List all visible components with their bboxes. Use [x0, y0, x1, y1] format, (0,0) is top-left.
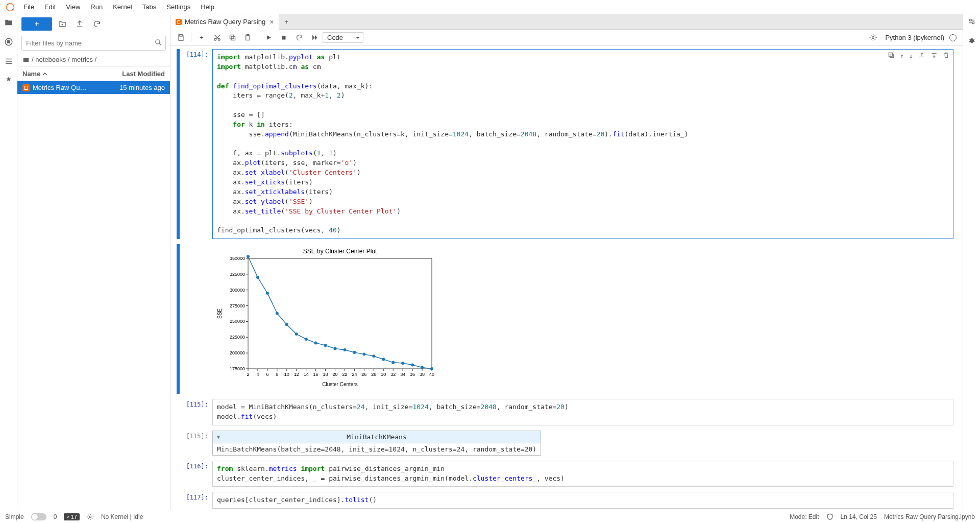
code-input[interactable]: model = MiniBatchKMeans(n_clusters=24, i…: [212, 399, 953, 425]
file-list-header[interactable]: Name Last Modified: [17, 67, 170, 81]
property-inspector-icon[interactable]: [968, 17, 976, 27]
restart-button[interactable]: [292, 31, 306, 44]
filter-input[interactable]: [21, 36, 166, 51]
add-tab-button[interactable]: +: [279, 18, 293, 26]
svg-text:8: 8: [276, 372, 278, 377]
current-file[interactable]: Metrics Raw Query Parsing.ipynb: [884, 513, 975, 520]
chevron-down-icon[interactable]: ▼: [217, 434, 220, 440]
new-folder-button[interactable]: [55, 17, 69, 31]
copy-button[interactable]: [225, 31, 239, 44]
code-cell[interactable]: [116]: from sklearn.metrics import pairw…: [177, 461, 953, 487]
svg-rect-24: [889, 53, 893, 56]
code-input[interactable]: import matplotlib.pyplot as plt import m…: [212, 49, 953, 239]
svg-point-107: [382, 358, 385, 361]
menu-help[interactable]: Help: [195, 1, 219, 13]
cell-prompt: [115]:: [180, 399, 212, 425]
kernel-status[interactable]: No Kernel | Idle: [101, 513, 143, 520]
menubar: FileEditViewRunKernelTabsSettingsHelp: [0, 0, 980, 14]
svg-point-94: [256, 276, 259, 279]
svg-text:12: 12: [294, 372, 299, 377]
mode-indicator: Mode: Edit: [790, 513, 819, 520]
refresh-button[interactable]: [90, 17, 104, 31]
cut-button[interactable]: [210, 31, 224, 44]
kernel-name[interactable]: Python 3 (ipykernel): [881, 34, 948, 41]
svg-point-109: [401, 362, 404, 365]
svg-text:24: 24: [352, 372, 357, 377]
celltype-select[interactable]: Code: [323, 32, 363, 43]
toc-icon[interactable]: [4, 56, 14, 66]
delete-icon[interactable]: [943, 52, 950, 62]
upload-button[interactable]: [72, 17, 87, 31]
gear-icon[interactable]: [866, 31, 880, 44]
move-down-icon[interactable]: ↓: [909, 52, 913, 62]
cell-prompt: [117]:: [180, 492, 212, 509]
svg-line-121: [973, 41, 974, 42]
cells-container: [114]: import matplotlib.pyplot as plt i…: [170, 46, 963, 510]
menu-kernel[interactable]: Kernel: [108, 1, 137, 13]
simple-toggle[interactable]: [31, 513, 46, 520]
svg-point-117: [970, 38, 974, 43]
svg-text:175000: 175000: [230, 366, 245, 371]
move-up-icon[interactable]: ↑: [900, 52, 904, 62]
insert-above-icon[interactable]: [918, 52, 925, 62]
terminals-badge[interactable]: 17: [64, 513, 80, 520]
new-launcher-button[interactable]: +: [21, 17, 52, 31]
svg-text:325000: 325000: [230, 272, 245, 277]
menu-file[interactable]: File: [18, 1, 39, 13]
code-cell[interactable]: [115]: model = MiniBatchKMeans(n_cluster…: [177, 399, 953, 425]
svg-point-112: [430, 367, 433, 370]
extensions-icon[interactable]: [4, 76, 14, 86]
svg-rect-18: [230, 35, 234, 39]
svg-point-97: [285, 323, 288, 326]
code-input[interactable]: queries[cluster_center_indices].tolist(): [212, 492, 953, 509]
svg-point-98: [295, 332, 298, 336]
status-bar: Simple 0 17 No Kernel | Idle Mode: Edit …: [0, 510, 980, 523]
file-item[interactable]: Metrics Raw Qu…15 minutes ago: [17, 81, 170, 94]
svg-point-106: [372, 354, 375, 358]
repr-output[interactable]: ▼MiniBatchKMeans MiniBatchKMeans(batch_s…: [212, 431, 541, 456]
svg-rect-23: [890, 54, 894, 58]
debugger-icon[interactable]: [968, 36, 976, 46]
svg-point-122: [89, 516, 91, 518]
paste-button[interactable]: [240, 31, 255, 44]
code-cell[interactable]: [114]: import matplotlib.pyplot as plt i…: [177, 49, 953, 239]
svg-text:18: 18: [323, 372, 328, 377]
save-button[interactable]: [174, 31, 188, 44]
notebook-icon: [22, 84, 30, 91]
insert-below-icon[interactable]: [930, 52, 938, 62]
svg-text:250000: 250000: [230, 319, 245, 324]
folder-icon[interactable]: [4, 17, 14, 28]
menu-tabs[interactable]: Tabs: [137, 1, 161, 13]
run-button[interactable]: [261, 31, 276, 44]
cursor-position: Ln 14, Col 25: [841, 513, 877, 520]
svg-text:36: 36: [410, 372, 415, 377]
restart-run-all-button[interactable]: [307, 31, 322, 44]
svg-point-95: [266, 292, 269, 295]
trust-icon[interactable]: [826, 513, 834, 520]
svg-text:10: 10: [284, 372, 289, 377]
svg-point-108: [391, 361, 395, 364]
menu-edit[interactable]: Edit: [39, 1, 61, 13]
code-cell[interactable]: [117]: queries[cluster_center_indices].t…: [177, 492, 953, 509]
stop-button[interactable]: [277, 31, 291, 44]
code-input[interactable]: from sklearn.metrics import pairwise_dis…: [212, 461, 953, 487]
menu-run[interactable]: Run: [85, 1, 108, 13]
tab-notebook[interactable]: Metrics Raw Query Parsing ×: [170, 14, 279, 30]
menu-view[interactable]: View: [61, 1, 85, 13]
running-icon[interactable]: [4, 37, 14, 47]
breadcrumb[interactable]: / notebooks / metrics /: [17, 53, 170, 67]
status-zero[interactable]: 0: [54, 513, 57, 520]
duplicate-icon[interactable]: [888, 52, 895, 62]
svg-text:26: 26: [361, 372, 366, 377]
right-sidebar: [963, 14, 980, 510]
gear-icon[interactable]: [87, 513, 94, 520]
svg-text:30: 30: [381, 372, 386, 377]
svg-text:Cluster Centers: Cluster Centers: [322, 382, 357, 387]
kernel-status-icon[interactable]: [949, 34, 957, 41]
insert-cell-button[interactable]: +: [194, 31, 209, 44]
activity-bar: [0, 14, 17, 510]
svg-text:4: 4: [256, 372, 259, 377]
svg-text:275000: 275000: [230, 303, 245, 308]
close-icon[interactable]: ×: [270, 18, 274, 26]
menu-settings[interactable]: Settings: [161, 1, 195, 13]
